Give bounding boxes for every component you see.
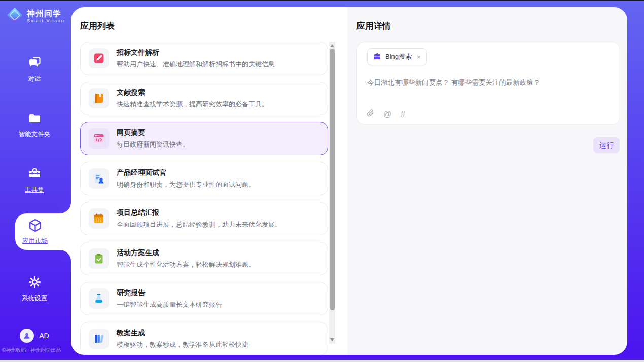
query-text-input[interactable]: 今日湖北有哪些新闻要点？ 有哪些需要关注的最新政策？ xyxy=(367,78,610,88)
tool-tag-label: Bing搜索 xyxy=(385,52,412,61)
main-content: 应用列表 招标文件解析 帮助用户快速、准确地理解和解析招标书中的关键信息 xyxy=(71,7,627,355)
app-description: 模板驱动，教案秒成，教学准备从此轻松快捷 xyxy=(117,340,248,349)
app-description: 每日政府新闻资讯快查。 xyxy=(117,140,189,149)
app-detail-panel: 应用详情 Bing搜索 × 今日湖北有哪些新闻要点？ 有哪些需要关注的最新政策？ xyxy=(347,7,627,355)
sidebar-item-label: 工具集 xyxy=(25,186,44,194)
browser-code-icon xyxy=(89,128,109,149)
app-card-project-summary[interactable]: 项目总结汇报 全面回顾项目进展，总结经验教训，助力未来优化发展。 xyxy=(80,202,328,235)
app-title: 项目总结汇报 xyxy=(117,208,281,218)
app-card-lesson-plan[interactable]: 教案生成 模板驱动，教案秒成，教学准备从此轻松快捷 xyxy=(80,322,328,355)
gear-icon xyxy=(28,275,42,291)
books-icon xyxy=(89,329,109,349)
sidebar: 神州问学 Smart Vision 对话 智能文件夹 xyxy=(0,0,71,362)
scroll-down-icon[interactable] xyxy=(330,338,334,341)
window-top-edge xyxy=(0,0,644,1)
avatar[interactable] xyxy=(20,329,34,343)
app-description: 明确身份和职责，为您提供专业性的面试问题。 xyxy=(117,180,255,189)
app-card-list: 招标文件解析 帮助用户快速、准确地理解和解析招标书中的关键信息 文献搜索 xyxy=(80,42,328,355)
app-card-research-report[interactable]: 研究报告 一键智能生成高质量长文本研究报告 xyxy=(80,282,328,315)
person-icon xyxy=(23,332,31,340)
app-description: 快速精准查找学术资源，提高研究效率的必备工具。 xyxy=(117,100,268,109)
app-title: 产品经理面试官 xyxy=(117,168,255,177)
window-bottom-edge xyxy=(0,360,644,362)
flask-icon xyxy=(89,288,109,309)
brand-name: 神州问学 xyxy=(27,9,65,18)
close-icon[interactable]: × xyxy=(417,53,421,61)
input-toolbar: @ # xyxy=(367,108,405,119)
app-card-bid-analysis[interactable]: 招标文件解析 帮助用户快速、准确地理解和解析招标书中的关键信息 xyxy=(80,42,328,75)
app-detail-title: 应用详情 xyxy=(356,20,391,32)
user-account[interactable]: AD xyxy=(0,329,69,343)
app-card-literature-search[interactable]: 文献搜索 快速精准查找学术资源，提高研究效率的必备工具。 xyxy=(80,82,328,115)
sidebar-item-settings[interactable]: 系统设置 xyxy=(0,275,69,303)
app-title: 招标文件解析 xyxy=(117,48,275,57)
run-button[interactable]: 运行 xyxy=(593,137,620,153)
app-description: 智能生成个性化活动方案，轻松解决规划难题。 xyxy=(117,260,255,269)
app-card-activity-plan[interactable]: 活动方案生成 智能生成个性化活动方案，轻松解决规划难题。 xyxy=(80,242,328,275)
sidebar-item-toolset[interactable]: 工具集 xyxy=(0,167,69,194)
copyright-footer: ©神州数码 · 神州问学出品 xyxy=(2,347,70,354)
user-initials: AD xyxy=(39,332,49,340)
folder-icon xyxy=(28,112,42,127)
list-scrollbar[interactable] xyxy=(329,42,335,344)
app-title: 文献搜索 xyxy=(117,88,268,97)
app-title: 活动方案生成 xyxy=(117,248,255,258)
sidebar-item-label: 智能文件夹 xyxy=(19,130,51,139)
brand-subtitle: Smart Vision xyxy=(27,18,65,23)
app-list-panel: 应用列表 招标文件解析 帮助用户快速、准确地理解和解析招标书中的关键信息 xyxy=(71,7,347,355)
paperclip-icon[interactable] xyxy=(367,108,374,119)
sidebar-item-app-market[interactable]: 应用市场 xyxy=(15,213,71,250)
app-card-web-summary[interactable]: 网页摘要 每日政府新闻资讯快查。 xyxy=(80,122,328,155)
tool-tag-bing-search[interactable]: Bing搜索 × xyxy=(367,48,427,65)
app-description: 全面回顾项目进展，总结经验教训，助力未来优化发展。 xyxy=(117,220,281,229)
chat-icon xyxy=(28,56,42,71)
app-root: 神州问学 Smart Vision 对话 智能文件夹 xyxy=(0,0,644,362)
interviewer-icon xyxy=(89,168,109,189)
scroll-up-icon[interactable] xyxy=(330,44,334,47)
sidebar-item-chat[interactable]: 对话 xyxy=(0,56,69,83)
app-description: 一键智能生成高质量长文本研究报告 xyxy=(117,300,222,309)
scrollbar-thumb[interactable] xyxy=(330,49,335,310)
app-card-pm-interviewer[interactable]: 产品经理面试官 明确身份和职责，为您提供专业性的面试问题。 xyxy=(80,162,328,195)
sidebar-item-label: 系统设置 xyxy=(22,294,47,303)
sidebar-item-label: 对话 xyxy=(28,75,41,83)
brand-logo: 神州问学 Smart Vision xyxy=(6,7,65,26)
clipboard-check-icon xyxy=(89,248,109,269)
cube-icon xyxy=(28,218,43,235)
briefcase-icon xyxy=(373,52,381,62)
hash-icon[interactable]: # xyxy=(401,110,405,118)
app-list-title: 应用列表 xyxy=(80,20,115,32)
mention-icon[interactable]: @ xyxy=(383,110,391,118)
app-title: 研究报告 xyxy=(117,288,222,298)
app-title: 教案生成 xyxy=(117,329,248,338)
app-input-card: Bing搜索 × 今日湖北有哪些新闻要点？ 有哪些需要关注的最新政策？ @ # xyxy=(356,42,620,125)
calendar-icon xyxy=(89,208,109,229)
app-description: 帮助用户快速、准确地理解和解析招标书中的关键信息 xyxy=(117,60,275,69)
app-title: 网页摘要 xyxy=(117,128,189,137)
toolbox-icon xyxy=(28,167,42,183)
edit-square-icon xyxy=(89,48,109,68)
diamond-logo-icon xyxy=(6,7,23,26)
book-icon xyxy=(89,88,109,108)
sidebar-item-smart-folder[interactable]: 智能文件夹 xyxy=(0,112,69,139)
active-item-bottom-curve xyxy=(60,250,71,261)
sidebar-item-label: 应用市场 xyxy=(22,237,48,245)
active-item-top-curve xyxy=(60,202,71,213)
